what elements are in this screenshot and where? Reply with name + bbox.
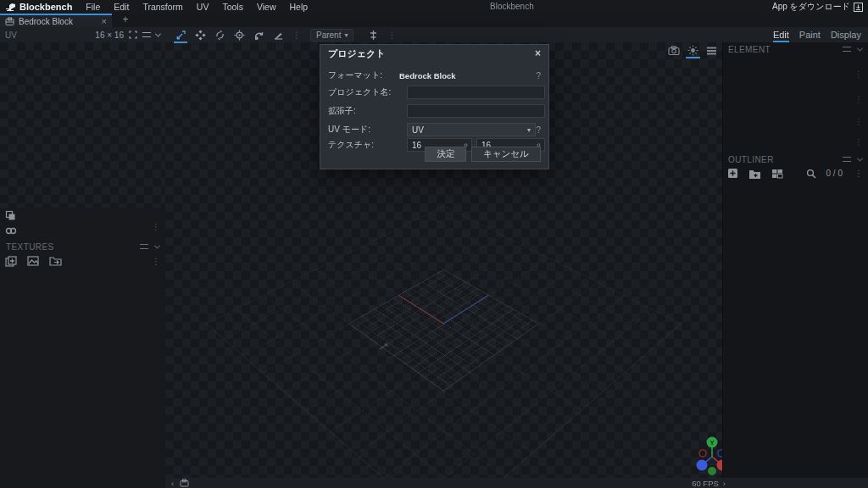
menu-transform[interactable]: Transform bbox=[136, 2, 189, 12]
tool-group: ⋮ Parent ▾ ⋮ bbox=[165, 28, 398, 42]
textures-panel-collapse-icon[interactable] bbox=[154, 242, 160, 248]
outliner-count: 0 / 0 bbox=[826, 169, 843, 178]
camera-angle-icon[interactable] bbox=[668, 46, 680, 55]
textures-toolbar-handle-dots[interactable]: ⋮ bbox=[150, 257, 162, 266]
move-tool-button[interactable] bbox=[174, 28, 187, 42]
tab-bedrock-block[interactable]: Bedrock Block × bbox=[0, 14, 112, 27]
outliner-panel-collapse-icon[interactable] bbox=[857, 155, 863, 161]
download-app-button[interactable]: App をダウンロード bbox=[772, 0, 863, 14]
element-toolbar-handle-4[interactable]: ⋮ bbox=[853, 137, 865, 147]
uv-panel-menu-icon[interactable] bbox=[142, 32, 151, 37]
textures-panel-menu-icon[interactable] bbox=[140, 244, 148, 249]
coarse-grid bbox=[205, 206, 681, 478]
app-name: Blockbench bbox=[19, 2, 72, 12]
uv-mode-help-icon[interactable]: ? bbox=[536, 125, 541, 135]
status-back-chevron[interactable]: ‹ bbox=[171, 479, 174, 488]
texture-folder-icon[interactable] bbox=[49, 256, 62, 266]
project-dialog-title: プロジェクト bbox=[328, 47, 386, 60]
uv-panel-collapse-icon[interactable] bbox=[155, 30, 161, 36]
element-panel-menu-icon[interactable] bbox=[843, 47, 851, 52]
viewport-menu-icon[interactable] bbox=[706, 47, 717, 55]
tab-bar: Bedrock Block × + bbox=[0, 14, 868, 27]
status-format-icon bbox=[180, 479, 189, 487]
element-panel-header[interactable]: ELEMENT bbox=[722, 42, 868, 56]
gizmo-z-positive[interactable] bbox=[697, 460, 708, 471]
outliner-toolbar-handle[interactable]: ⋮ bbox=[853, 169, 865, 178]
uv-mode-row: UV モード: UV ▾ ? bbox=[328, 123, 541, 136]
gizmo-x-negative[interactable] bbox=[699, 450, 706, 457]
dialog-close-icon[interactable]: × bbox=[535, 47, 541, 59]
menu-uv[interactable]: UV bbox=[190, 2, 216, 12]
import-texture-icon[interactable] bbox=[27, 256, 39, 266]
rotate-tool-button[interactable] bbox=[213, 28, 226, 42]
element-toolbar-handle-2[interactable]: ⋮ bbox=[853, 95, 865, 104]
uv-toolbar-handle-dots[interactable]: ⋮ bbox=[150, 222, 162, 231]
element-panel-collapse-icon[interactable] bbox=[857, 45, 863, 51]
status-bar: ‹ 60 FPS › bbox=[165, 478, 868, 488]
project-name-row: プロジェクト名: bbox=[328, 86, 541, 99]
status-forward-chevron[interactable]: › bbox=[723, 479, 726, 488]
menu-file[interactable]: File bbox=[79, 2, 107, 12]
north-arrow-marker bbox=[379, 341, 391, 351]
mode-tab-display[interactable]: Display bbox=[831, 30, 861, 40]
uv-editor-canvas[interactable] bbox=[0, 42, 165, 208]
link-uv-icon[interactable] bbox=[5, 226, 17, 236]
download-app-label: App をダウンロード bbox=[772, 1, 850, 13]
copy-uv-icon[interactable] bbox=[5, 210, 16, 221]
vertex-snap-tool-button[interactable] bbox=[271, 28, 285, 42]
textures-panel-header[interactable]: TEXTURES bbox=[0, 240, 165, 253]
orientation-gizmo[interactable]: Y bbox=[691, 434, 722, 476]
element-panel-title: ELEMENT bbox=[728, 45, 771, 54]
menu-view[interactable]: View bbox=[250, 2, 283, 12]
texture-width-value: 16 bbox=[412, 141, 421, 150]
parent-dropdown[interactable]: Parent ▾ bbox=[310, 29, 353, 42]
new-tab-button[interactable]: + bbox=[119, 14, 132, 27]
mirror-modeling-button[interactable] bbox=[366, 28, 380, 42]
outliner-panel-menu-icon[interactable] bbox=[843, 157, 851, 162]
format-help-icon[interactable]: ? bbox=[536, 71, 541, 80]
extension-input[interactable] bbox=[407, 104, 545, 118]
toolbar-handle-dots[interactable]: ⋮ bbox=[291, 30, 303, 40]
gizmo-y-label: Y bbox=[710, 440, 715, 446]
project-dialog-titlebar[interactable]: プロジェクト × bbox=[320, 45, 548, 62]
cancel-button[interactable]: キャンセル bbox=[471, 147, 541, 162]
mode-tab-edit[interactable]: Edit bbox=[773, 30, 789, 40]
uv-panel-title: UV bbox=[5, 30, 17, 40]
toggle-panels-icon[interactable] bbox=[771, 169, 783, 179]
blockbench-logo-icon bbox=[5, 3, 16, 12]
outliner-panel-title: OUTLINER bbox=[728, 155, 774, 164]
element-toolbar-handle-3[interactable]: ⋮ bbox=[853, 117, 865, 126]
tab-close-icon[interactable]: × bbox=[102, 16, 107, 26]
pivot-tool-button[interactable] bbox=[232, 28, 246, 42]
uv-mode-select[interactable]: UV ▾ bbox=[407, 123, 536, 136]
tab-label: Bedrock Block bbox=[19, 17, 73, 26]
download-icon bbox=[854, 3, 863, 12]
format-value: Bedrock Block bbox=[399, 71, 456, 80]
outliner-panel-header[interactable]: OUTLINER bbox=[722, 152, 868, 166]
gizmo-y-negative[interactable] bbox=[708, 467, 716, 475]
uv-mode-caret-icon: ▾ bbox=[527, 126, 531, 134]
menu-tools[interactable]: Tools bbox=[215, 2, 250, 12]
confirm-button[interactable]: 決定 bbox=[425, 147, 466, 162]
textures-panel-title: TEXTURES bbox=[6, 242, 54, 252]
toolbar-handle-dots-2[interactable]: ⋮ bbox=[386, 30, 398, 40]
expand-uv-icon[interactable] bbox=[129, 30, 137, 39]
transform-rotate-tool-button[interactable] bbox=[252, 28, 265, 42]
fps-counter: 60 FPS bbox=[692, 479, 719, 488]
search-outliner-icon[interactable] bbox=[806, 169, 816, 179]
parent-dropdown-label: Parent bbox=[316, 30, 341, 40]
element-toolbar-handle-1[interactable]: ⋮ bbox=[853, 69, 865, 79]
add-group-icon[interactable] bbox=[748, 169, 761, 179]
preview-lighting-icon[interactable] bbox=[687, 45, 698, 56]
add-cube-icon[interactable] bbox=[727, 168, 738, 179]
mode-tab-paint[interactable]: Paint bbox=[799, 30, 821, 40]
project-name-input[interactable] bbox=[407, 86, 545, 99]
menu-help[interactable]: Help bbox=[283, 2, 315, 12]
uv-panel-header: UV 16 × 16 bbox=[0, 30, 165, 40]
create-texture-icon[interactable] bbox=[5, 256, 17, 267]
uv-mode-value: UV bbox=[412, 125, 424, 135]
app-logo[interactable]: Blockbench bbox=[0, 2, 79, 12]
menu-edit[interactable]: Edit bbox=[107, 2, 136, 12]
resize-tool-button[interactable] bbox=[193, 28, 207, 42]
window-title: Blockbench bbox=[490, 2, 534, 11]
